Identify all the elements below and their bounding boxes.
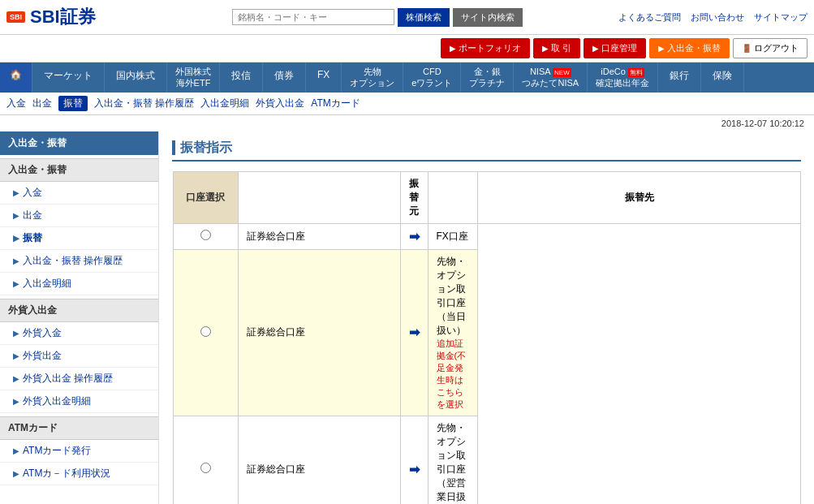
tab-investment-trust[interactable]: 投信 bbox=[220, 62, 263, 93]
tab-bonds[interactable]: 債券 bbox=[263, 62, 306, 93]
contact-link[interactable]: お問い合わせ bbox=[691, 11, 744, 24]
search-area: 株価検索 サイト内検索 bbox=[136, 8, 618, 27]
logout-icon: 🚪 bbox=[742, 44, 752, 53]
sitemap-link[interactable]: サイトマップ bbox=[754, 11, 808, 24]
trade-button[interactable]: ▶ 取 引 bbox=[533, 38, 580, 58]
arrow-icon: ▶ bbox=[13, 374, 19, 383]
sidebar-item-withdraw[interactable]: ▶ 出金 bbox=[0, 205, 158, 227]
arrow-2: ➡ bbox=[400, 249, 428, 416]
table-row: 証券総合口座 ➡ 先物・オプション取引口座（翌営業日扱い） bbox=[173, 416, 801, 504]
radio-3[interactable] bbox=[200, 463, 211, 473]
tab-market[interactable]: マーケット bbox=[32, 62, 105, 93]
tab-gold-silver[interactable]: 金・銀 プラチナ bbox=[461, 62, 514, 93]
arrow-icon: ▶ bbox=[13, 211, 19, 220]
tab-home[interactable]: 🏠 bbox=[0, 62, 32, 93]
main-content: 振替指示 口座選択 振替元 振替先 証券総合口座 ➡ FX口座 bbox=[159, 131, 814, 504]
tab-insurance[interactable]: 保険 bbox=[701, 62, 744, 93]
trade-icon: ▶ bbox=[542, 44, 549, 53]
tab-futures-options[interactable]: 先物 オプション bbox=[342, 62, 403, 93]
arrow-icon: ▶ bbox=[13, 234, 19, 243]
arrow-icon: ▶ bbox=[13, 256, 19, 265]
sidebar-item-foreign-history[interactable]: ▶ 外貨入出金 操作履歴 bbox=[0, 368, 158, 390]
subnav-deposit[interactable]: 入金 bbox=[6, 97, 26, 110]
site-search-button[interactable]: サイト内検索 bbox=[453, 8, 523, 27]
arrow-3: ➡ bbox=[400, 416, 428, 504]
sidebar-section-foreign: 外貨入出金 bbox=[0, 299, 158, 322]
row-radio-1[interactable] bbox=[173, 223, 238, 249]
nav-buttons-row: ▶ ポートフォリオ ▶ 取 引 ▶ 口座管理 ▶ 入出金・振替 🚪 ログアウト bbox=[0, 35, 814, 62]
sidebar-item-atm-status[interactable]: ▶ ATMカ－ド利用状況 bbox=[0, 463, 158, 485]
portfolio-icon: ▶ bbox=[450, 44, 456, 53]
header-links: よくあるご質問 お問い合わせ サイトマップ bbox=[618, 11, 808, 24]
arrow-icon: ▶ bbox=[13, 329, 19, 338]
subnav-detail[interactable]: 入出金明細 bbox=[200, 97, 249, 110]
to-header: 振替先 bbox=[478, 171, 801, 223]
sbi-badge: SBI bbox=[6, 11, 25, 23]
tab-foreign-stocks[interactable]: 外国株式 海外ETF bbox=[167, 62, 220, 93]
logo-text: SBI証券 bbox=[30, 5, 96, 29]
sidebar-item-transfer[interactable]: ▶ 振替 bbox=[0, 227, 158, 250]
timestamp: 2018-12-07 10:20:12 bbox=[0, 115, 814, 131]
faq-link[interactable]: よくあるご質問 bbox=[618, 11, 681, 24]
subnav-atm[interactable]: ATMカード bbox=[311, 97, 360, 110]
sidebar-item-deposit[interactable]: ▶ 入金 bbox=[0, 182, 158, 205]
transfer-table: 口座選択 振替元 振替先 証券総合口座 ➡ FX口座 証 bbox=[172, 171, 801, 504]
tab-fx[interactable]: FX bbox=[306, 62, 342, 93]
table-row: 証券総合口座 ➡ FX口座 bbox=[173, 223, 801, 249]
main-nav: 🏠 マーケット 国内株式 外国株式 海外ETF 投信 債券 FX 先物 オプショ… bbox=[0, 62, 814, 93]
title-bar-icon bbox=[172, 140, 175, 155]
from-header: 振替元 bbox=[400, 171, 428, 223]
arrow-icon: ▶ bbox=[13, 188, 19, 197]
sidebar-section-deposits: 入出金・振替 bbox=[0, 158, 158, 182]
header: SBI SBI証券 株価検索 サイト内検索 よくあるご質問 お問い合わせ サイト… bbox=[0, 0, 814, 35]
radio-1[interactable] bbox=[200, 230, 211, 240]
sub-label-2: 追加証拠金(不足金発生時はこちらを選択 bbox=[437, 338, 467, 409]
from-cell-2: 証券総合口座 bbox=[238, 249, 400, 416]
subnav-transfer[interactable]: 振替 bbox=[58, 96, 88, 111]
content-area: 入出金・振替 入出金・振替 ▶ 入金 ▶ 出金 ▶ 振替 ▶ 入出金・振替 操作… bbox=[0, 131, 814, 504]
sidebar-item-deposit-detail[interactable]: ▶ 入出金明細 bbox=[0, 273, 158, 295]
arrow-icon: ▶ bbox=[13, 469, 19, 478]
logo-area: SBI SBI証券 bbox=[6, 5, 136, 29]
deposit-withdraw-button[interactable]: ▶ 入出金・振替 bbox=[649, 38, 730, 58]
arrow-1: ➡ bbox=[400, 223, 428, 249]
sidebar-item-deposit-history[interactable]: ▶ 入出金・振替 操作履歴 bbox=[0, 250, 158, 273]
tab-domestic-stocks[interactable]: 国内株式 bbox=[105, 62, 167, 93]
radio-2[interactable] bbox=[200, 326, 211, 337]
sidebar-item-foreign-withdraw[interactable]: ▶ 外貨出金 bbox=[0, 345, 158, 368]
subnav-history[interactable]: 入出金・振替 操作履歴 bbox=[94, 97, 194, 110]
search-input[interactable] bbox=[232, 9, 394, 25]
to-cell-1: FX口座 bbox=[428, 223, 478, 249]
tab-nisa[interactable]: NISA NEW つみたてNISA bbox=[514, 62, 588, 93]
tab-cfd[interactable]: CFD eワラント bbox=[403, 62, 461, 93]
sidebar-header: 入出金・振替 bbox=[0, 131, 158, 155]
arrow-icon: ▶ bbox=[13, 397, 19, 406]
arrow-icon: ▶ bbox=[13, 446, 19, 455]
row-radio-2[interactable] bbox=[173, 249, 238, 416]
sub-nav: 入金 出金 振替 入出金・振替 操作履歴 入出金明細 外貨入出金 ATMカード bbox=[0, 93, 814, 115]
arrow-icon: ▶ bbox=[13, 279, 19, 288]
sidebar-section-atm: ATMカード bbox=[0, 416, 158, 440]
sidebar-item-atm-issue[interactable]: ▶ ATMカード発行 bbox=[0, 440, 158, 463]
sidebar-item-foreign-deposit[interactable]: ▶ 外貨入金 bbox=[0, 322, 158, 345]
to-cell-2: 先物・オプション取引口座（当日扱い） 追加証拠金(不足金発生時はこちらを選択 bbox=[428, 249, 478, 416]
account-select-label: 口座選択 bbox=[173, 171, 238, 223]
logout-button[interactable]: 🚪 ログアウト bbox=[733, 38, 808, 58]
portfolio-button[interactable]: ▶ ポートフォリオ bbox=[441, 38, 530, 58]
tab-bank[interactable]: 銀行 bbox=[658, 62, 701, 93]
from-cell-1: 証券総合口座 bbox=[238, 223, 400, 249]
account-icon: ▶ bbox=[592, 44, 599, 53]
arrow-icon: ▶ bbox=[13, 351, 19, 360]
row-radio-3[interactable] bbox=[173, 416, 238, 504]
page-title: 振替指示 bbox=[172, 140, 801, 162]
from-cell-3: 証券総合口座 bbox=[238, 416, 400, 504]
sidebar-item-foreign-detail[interactable]: ▶ 外貨入出金明細 bbox=[0, 390, 158, 413]
subnav-withdraw[interactable]: 出金 bbox=[32, 97, 52, 110]
tab-ideco[interactable]: iDeCo 無料 確定拠出年金 bbox=[588, 62, 658, 93]
account-manage-button[interactable]: ▶ 口座管理 bbox=[584, 38, 646, 58]
subnav-foreign[interactable]: 外貨入出金 bbox=[256, 97, 304, 110]
stock-search-button[interactable]: 株価検索 bbox=[398, 8, 450, 27]
to-cell-3: 先物・オプション取引口座（翌営業日扱い） bbox=[428, 416, 478, 504]
table-row: 証券総合口座 ➡ 先物・オプション取引口座（当日扱い） 追加証拠金(不足金発生時… bbox=[173, 249, 801, 416]
sidebar: 入出金・振替 入出金・振替 ▶ 入金 ▶ 出金 ▶ 振替 ▶ 入出金・振替 操作… bbox=[0, 131, 159, 504]
